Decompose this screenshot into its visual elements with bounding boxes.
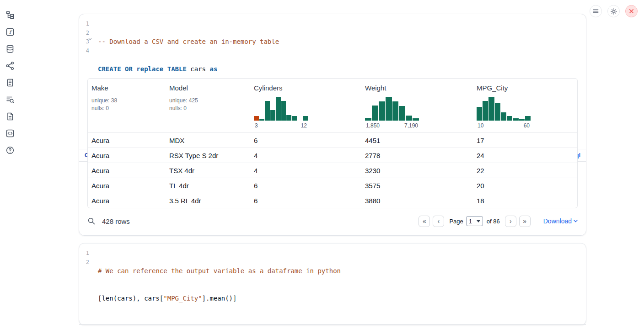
- cell-weight: 3880: [361, 197, 473, 205]
- list-search-icon[interactable]: [5, 95, 15, 104]
- code-line: # We can reference the output variable a…: [98, 267, 341, 276]
- previous-page-button[interactable]: ‹: [433, 216, 444, 227]
- search-icon[interactable]: [87, 217, 96, 225]
- cell-cylinders: 6: [250, 182, 361, 190]
- hist-max-label: 7,190: [404, 122, 418, 129]
- svg-text:f: f: [9, 29, 12, 35]
- top-right-controls: [590, 5, 638, 17]
- row-count: 428 rows: [102, 217, 130, 225]
- python-code-editor[interactable]: 1 2 # We can reference the output variab…: [79, 243, 586, 324]
- items-count-label: 2 Items: [101, 331, 126, 333]
- table-header-row: Make unique: 38nulls: 0 Model unique: 42…: [88, 79, 577, 132]
- table-row: Acura MDX 6 4451 17: [88, 132, 577, 148]
- cell-mpg-city: 18: [473, 197, 577, 205]
- histogram-bar: [392, 101, 399, 121]
- histogram-bar: [399, 106, 405, 121]
- hist-min-label: 1,850: [366, 122, 380, 129]
- python-cell: 1 2 # We can reference the output variab…: [79, 243, 586, 325]
- table-row: Acura 3.5 RL 4dr 6 3880 18: [88, 193, 577, 208]
- column-header-mpg-city[interactable]: MPG_City 1060: [473, 79, 577, 132]
- histogram-bar: [270, 110, 275, 121]
- cell-model: 3.5 RL 4dr: [166, 197, 250, 205]
- function-icon[interactable]: f: [5, 27, 15, 37]
- hist-min-label: 10: [478, 122, 483, 129]
- sql-cell: 1 2 3 4 -- Download a CSV and create an …: [79, 14, 586, 236]
- code-line: -- Download a CSV and create an in-memor…: [98, 37, 322, 47]
- code-line: CREATE OR replace TABLE cars as: [98, 65, 322, 74]
- code-line: [len(cars), cars["MPG_City"].mean()]: [98, 294, 341, 303]
- histogram-bar: [519, 119, 525, 121]
- histogram-bar: [501, 112, 506, 121]
- chevron-down-icon: [477, 220, 480, 222]
- cell-model: RSX Type S 2dr: [166, 152, 250, 159]
- line-number: 2: [86, 29, 89, 38]
- cell-make: Acura: [88, 152, 166, 159]
- left-sidebar: f: [0, 0, 20, 333]
- histogram-bar: [386, 97, 392, 121]
- histogram-bar: [254, 116, 259, 121]
- next-page-button[interactable]: ›: [505, 216, 516, 227]
- column-header-model[interactable]: Model unique: 425nulls: 0: [166, 79, 250, 132]
- menu-icon[interactable]: [590, 5, 602, 17]
- python-gutter: 1 2: [79, 249, 89, 321]
- python-code: # We can reference the output variable a…: [89, 249, 341, 321]
- table-row: Acura RSX Type S 2dr 4 2778 24: [88, 148, 577, 163]
- database-icon[interactable]: [5, 44, 15, 53]
- table-footer: 428 rows « ‹ Page 1 of 86 › » Download: [87, 213, 578, 229]
- hist-max-label: 12: [301, 122, 307, 129]
- line-number: 2: [86, 258, 89, 267]
- python-output-tree: [ 2 Items 0: 428 1: 20.060747663551403 ]: [79, 325, 586, 333]
- first-page-button[interactable]: «: [419, 216, 430, 227]
- snippets-icon[interactable]: [5, 128, 15, 138]
- histogram-bar: [292, 116, 297, 121]
- histogram-bar: [379, 101, 385, 121]
- cell-make: Acura: [88, 167, 166, 174]
- document-icon[interactable]: [5, 111, 15, 121]
- page-select[interactable]: 1: [466, 216, 483, 226]
- histogram-bar: [286, 115, 291, 121]
- weight-histogram[interactable]: [365, 96, 419, 121]
- download-button[interactable]: Download: [543, 217, 578, 225]
- cell-mpg-city: 17: [473, 137, 577, 144]
- column-header-make[interactable]: Make unique: 38nulls: 0: [88, 79, 166, 132]
- cell-cylinders: 6: [250, 197, 361, 205]
- bracket-open: [: [93, 331, 97, 333]
- histogram-bar: [365, 118, 371, 121]
- column-header-cylinders[interactable]: Cylinders 312: [250, 79, 361, 132]
- histogram-bar: [483, 101, 488, 121]
- histogram-bar: [413, 118, 419, 121]
- cell-model: TL 4dr: [166, 182, 250, 190]
- last-page-button[interactable]: »: [519, 216, 531, 227]
- dependency-graph-icon[interactable]: [5, 61, 15, 70]
- help-icon[interactable]: [5, 145, 15, 155]
- cell-weight: 3230: [361, 167, 473, 174]
- cell-model: TSX 4dr: [166, 167, 250, 174]
- column-stat: nulls: 0: [91, 105, 162, 112]
- hist-min-label: 3: [255, 122, 258, 129]
- result-table: Make unique: 38nulls: 0 Model unique: 42…: [87, 78, 578, 208]
- cylinders-histogram[interactable]: [254, 96, 308, 121]
- cell-cylinders: 4: [250, 167, 361, 174]
- histogram-bar: [303, 116, 308, 121]
- column-header-weight[interactable]: Weight 1,8507,190: [361, 79, 473, 132]
- histogram-bar: [265, 101, 270, 121]
- logs-icon[interactable]: [5, 78, 15, 87]
- histogram-bar: [495, 103, 500, 121]
- histogram-bar: [477, 107, 482, 121]
- shutdown-icon[interactable]: [625, 5, 638, 17]
- histogram-bar: [525, 116, 531, 121]
- table-row: Acura TSX 4dr 4 3230 22: [88, 163, 577, 178]
- line-number: 1: [86, 20, 89, 29]
- cell-cylinders: 6: [250, 137, 361, 144]
- settings-icon[interactable]: [607, 5, 620, 17]
- histogram-bar: [406, 116, 412, 121]
- line-number: 1: [86, 249, 89, 258]
- cell-weight: 2778: [361, 152, 473, 159]
- cell-make: Acura: [88, 197, 166, 205]
- histogram-bar: [507, 116, 512, 121]
- file-tree-icon[interactable]: [5, 10, 15, 20]
- cell-mpg-city: 24: [473, 152, 577, 159]
- cell-weight: 3575: [361, 182, 473, 190]
- mpg-city-histogram[interactable]: [477, 96, 531, 121]
- cell-model: MDX: [166, 137, 250, 144]
